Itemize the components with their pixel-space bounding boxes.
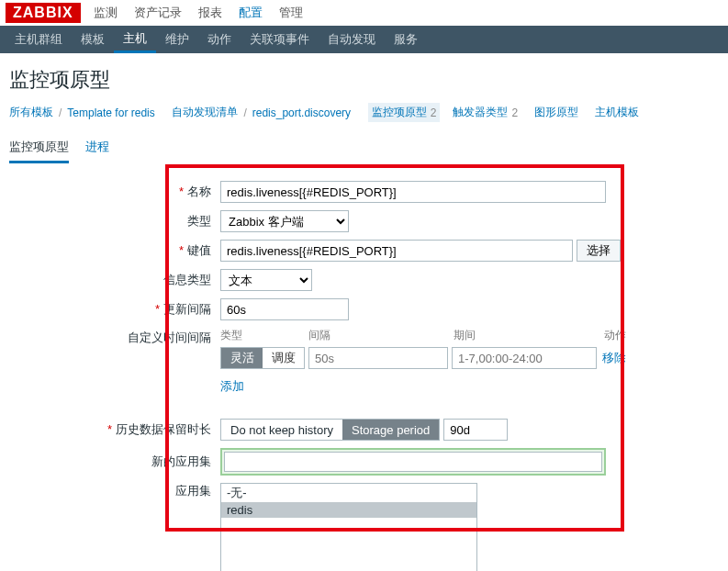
breadcrumb-pill[interactable]: 触发器类型 2 bbox=[449, 103, 521, 122]
sub-nav-item[interactable]: 服务 bbox=[385, 26, 427, 53]
tab[interactable]: 监控项原型 bbox=[9, 133, 69, 163]
breadcrumb-pill[interactable]: 监控项原型 2 bbox=[368, 103, 441, 122]
breadcrumb-pill[interactable]: 主机模板 bbox=[591, 103, 643, 122]
top-menu-item[interactable]: 管理 bbox=[279, 5, 303, 21]
add-interval-link[interactable]: 添加 bbox=[220, 379, 244, 393]
history-do-not-keep[interactable]: Do not keep history bbox=[221, 420, 342, 440]
name-label: *名称 bbox=[9, 184, 220, 200]
top-menu-item[interactable]: 报表 bbox=[198, 5, 222, 21]
top-menu-item[interactable]: 资产记录 bbox=[134, 5, 182, 21]
breadcrumb-discovery-rule[interactable]: redis_port.discovery bbox=[252, 106, 351, 119]
breadcrumb-sep: / bbox=[59, 106, 62, 119]
sub-nav-item[interactable]: 动作 bbox=[198, 26, 241, 53]
breadcrumb-pill[interactable]: 图形原型 bbox=[531, 103, 582, 122]
top-menu-item[interactable]: 配置 bbox=[239, 5, 263, 21]
sub-nav-item[interactable]: 维护 bbox=[156, 26, 198, 53]
top-menu: 监测资产记录报表配置管理 bbox=[94, 5, 303, 21]
tabs: 监控项原型进程 bbox=[0, 133, 728, 164]
new-application-input[interactable] bbox=[224, 452, 602, 472]
sub-nav-item[interactable]: 自动发现 bbox=[319, 26, 385, 53]
history-mode-toggle[interactable]: Do not keep history Storage period bbox=[220, 419, 440, 441]
sub-nav-item[interactable]: 关联项事件 bbox=[241, 26, 319, 53]
history-storage-period[interactable]: Storage period bbox=[342, 420, 439, 440]
custom-interval-label: 自定义时间间隔 bbox=[9, 328, 220, 346]
new-application-highlight bbox=[220, 448, 606, 476]
type-label: 类型 bbox=[9, 213, 220, 230]
sub-nav-item[interactable]: 主机群组 bbox=[6, 26, 72, 53]
tab[interactable]: 进程 bbox=[85, 133, 109, 163]
sub-nav-item[interactable]: 主机 bbox=[114, 26, 156, 53]
name-input[interactable] bbox=[220, 181, 606, 203]
breadcrumb-sep: / bbox=[243, 106, 246, 119]
sub-nav-item[interactable]: 模板 bbox=[72, 26, 114, 53]
history-label: *历史数据保留时长 bbox=[9, 421, 220, 438]
new-application-label: 新的应用集 bbox=[9, 453, 220, 470]
scheduling-toggle[interactable]: 调度 bbox=[263, 348, 304, 368]
breadcrumb-all-templates[interactable]: 所有模板 bbox=[9, 105, 53, 120]
breadcrumb-template[interactable]: Template for redis bbox=[67, 106, 154, 119]
top-bar: ZABBIX 监测资产记录报表配置管理 bbox=[0, 0, 728, 26]
history-value-input[interactable] bbox=[443, 419, 508, 441]
remove-interval-link[interactable]: 移除 bbox=[602, 350, 626, 366]
interval-type-toggle[interactable]: 灵活 调度 bbox=[220, 347, 305, 369]
sub-nav: 主机群组模板主机维护动作关联项事件自动发现服务 bbox=[0, 26, 728, 53]
top-menu-item[interactable]: 监测 bbox=[94, 5, 118, 21]
interval-headers: 类型 间隔 期间 动作 bbox=[220, 328, 626, 343]
form-area: *名称 类型 Zabbix 客户端 *键值 选择 信息类型 文本 *更新间隔 自… bbox=[0, 164, 728, 571]
page-title: 监控项原型 bbox=[0, 53, 728, 103]
application-listbox[interactable]: -无-redis bbox=[220, 483, 477, 571]
info-type-label: 信息类型 bbox=[9, 272, 220, 288]
type-select[interactable]: Zabbix 客户端 bbox=[220, 210, 349, 232]
logo: ZABBIX bbox=[6, 3, 81, 23]
breadcrumb-discovery-list[interactable]: 自动发现清单 bbox=[172, 105, 238, 120]
flexible-toggle[interactable]: 灵活 bbox=[221, 348, 263, 368]
update-interval-input[interactable] bbox=[220, 298, 349, 320]
application-option[interactable]: -无- bbox=[221, 484, 476, 502]
info-type-select[interactable]: 文本 bbox=[220, 269, 312, 291]
update-interval-label: *更新间隔 bbox=[9, 301, 220, 318]
key-input[interactable] bbox=[220, 240, 573, 262]
interval-delay-input[interactable] bbox=[308, 347, 448, 369]
key-select-button[interactable]: 选择 bbox=[577, 240, 621, 262]
breadcrumb: 所有模板 / Template for redis 自动发现清单 / redis… bbox=[0, 103, 728, 133]
interval-period-input[interactable] bbox=[452, 347, 597, 369]
key-label: *键值 bbox=[9, 242, 220, 259]
application-option[interactable]: redis bbox=[221, 502, 476, 518]
application-label: 应用集 bbox=[9, 483, 220, 499]
